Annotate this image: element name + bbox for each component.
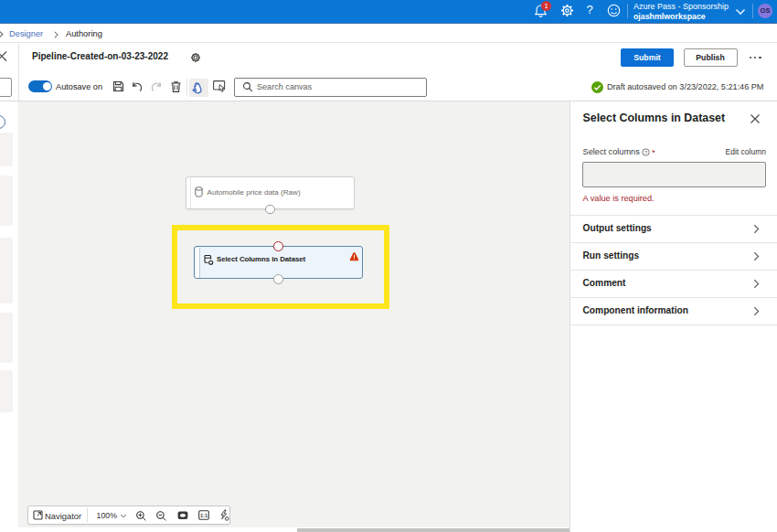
svg-text:1:1: 1:1 [200,513,208,518]
svg-text:?: ? [644,149,647,154]
